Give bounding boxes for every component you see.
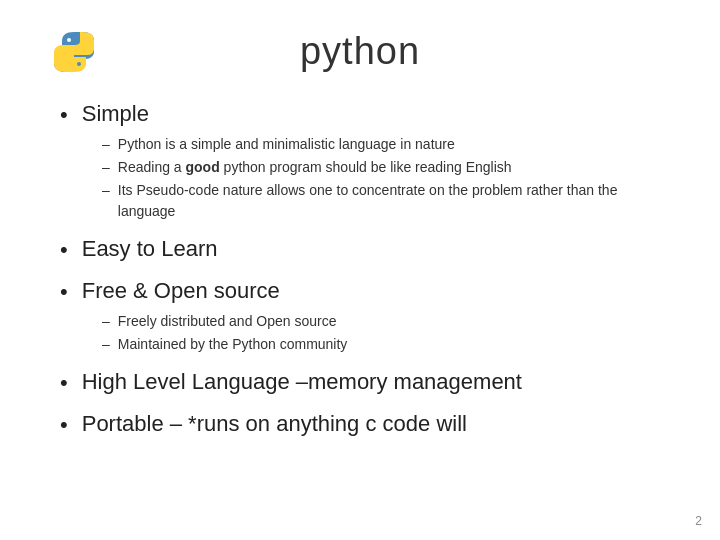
sub-bullet-text: Its Pseudo-code nature allows one to con… [118, 180, 670, 222]
bullet-dot: • [60, 411, 68, 440]
slide-header: python [50, 30, 670, 73]
bullet-item: •High Level Language –memory management [60, 369, 670, 398]
bullet-label: Easy to Learn [82, 236, 218, 262]
sub-bullet-item: –Reading a good python program should be… [102, 157, 670, 178]
bullet-label: Portable – *runs on anything c code will [82, 411, 467, 437]
svg-point-1 [77, 62, 81, 66]
bullet-dot: • [60, 101, 68, 130]
bullet-label: High Level Language –memory management [82, 369, 522, 395]
sub-bullet-dash: – [102, 157, 110, 178]
bullet-main-text: •Easy to Learn [60, 236, 670, 265]
bullet-main-text: •High Level Language –memory management [60, 369, 670, 398]
sub-bullet-text: Python is a simple and minimalistic lang… [118, 134, 670, 155]
bullet-item: •Portable – *runs on anything c code wil… [60, 411, 670, 440]
sub-bullet-dash: – [102, 134, 110, 155]
sub-bullet-item: –Python is a simple and minimalistic lan… [102, 134, 670, 155]
bullet-item: •Simple–Python is a simple and minimalis… [60, 101, 670, 222]
sub-bullets: –Python is a simple and minimalistic lan… [60, 134, 670, 222]
bullet-item: •Easy to Learn [60, 236, 670, 265]
page-number: 2 [695, 514, 702, 528]
slide: python •Simple–Python is a simple and mi… [0, 0, 720, 540]
sub-bullet-text: Freely distributed and Open source [118, 311, 670, 332]
sub-bullet-dash: – [102, 311, 110, 332]
bullet-main-text: •Portable – *runs on anything c code wil… [60, 411, 670, 440]
svg-point-0 [67, 38, 71, 42]
bullet-item: •Free & Open source–Freely distributed a… [60, 278, 670, 355]
sub-bullet-text: Maintained by the Python community [118, 334, 670, 355]
sub-bullets: –Freely distributed and Open source–Main… [60, 311, 670, 355]
bullet-label: Free & Open source [82, 278, 280, 304]
sub-bullet-item: –Maintained by the Python community [102, 334, 670, 355]
bullet-main-text: •Simple [60, 101, 670, 130]
sub-bullet-item: –Its Pseudo-code nature allows one to co… [102, 180, 670, 222]
sub-bullet-text: Reading a good python program should be … [118, 157, 670, 178]
python-logo-icon [50, 28, 98, 76]
bullet-label: Simple [82, 101, 149, 127]
bullet-dot: • [60, 278, 68, 307]
bullet-dot: • [60, 369, 68, 398]
sub-bullet-dash: – [102, 334, 110, 355]
page-title: python [300, 30, 420, 73]
content-area: •Simple–Python is a simple and minimalis… [50, 101, 670, 440]
sub-bullet-item: –Freely distributed and Open source [102, 311, 670, 332]
bullet-main-text: •Free & Open source [60, 278, 670, 307]
sub-bullet-dash: – [102, 180, 110, 201]
bullet-dot: • [60, 236, 68, 265]
